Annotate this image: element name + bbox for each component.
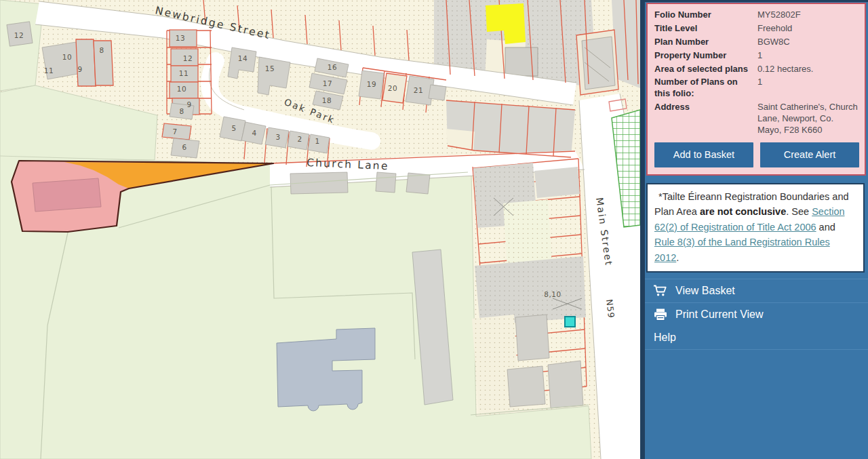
svg-text:12: 12 (14, 31, 24, 39)
svg-text:2: 2 (297, 135, 302, 143)
teal-marker[interactable] (565, 317, 575, 327)
svg-text:11: 11 (179, 69, 189, 77)
svg-text:5: 5 (231, 124, 236, 132)
svg-text:14: 14 (238, 54, 248, 62)
svg-text:1: 1 (315, 137, 319, 145)
svg-text:9: 9 (77, 65, 82, 73)
add-to-basket-button[interactable]: Add to Basket (654, 142, 753, 167)
panel-buttons: Add to Basket Create Alert (654, 142, 859, 167)
disclaimer-link-rule-8[interactable]: Rule 8(3) of the Land Registration Rules… (654, 237, 830, 262)
app-root: 12 11 10 9 8 13 12 11 10 9 14 15 16 17 1… (0, 0, 868, 459)
printer-icon (653, 308, 668, 321)
disclaimer-box: *Tailte Éireann Registration Boundaries … (646, 183, 865, 273)
svg-text:9: 9 (186, 100, 191, 108)
info-row-plans-count: Number of Plans on this folio: 1 (654, 77, 859, 100)
info-row-title-level: Title Level Freehold (654, 23, 859, 35)
svg-text:12: 12 (183, 54, 193, 62)
svg-text:17: 17 (323, 79, 332, 87)
svg-text:16: 16 (328, 63, 337, 71)
svg-text:13: 13 (176, 34, 185, 42)
svg-text:18: 18 (322, 96, 332, 104)
info-row-property-number: Property Number 1 (654, 50, 859, 62)
cart-icon (653, 285, 668, 297)
info-row-plan-number: Plan Number BGW8C (654, 37, 859, 48)
print-current-view-item[interactable]: Print Current View (645, 302, 868, 326)
svg-text:21: 21 (414, 86, 423, 94)
sidebar: Folio Number MY52802F Title Level Freeho… (640, 0, 868, 459)
svg-text:20: 20 (388, 84, 397, 92)
svg-text:19: 19 (367, 80, 376, 88)
info-row-area: Area of selected plans 0.12 hectares. (654, 64, 859, 75)
create-alert-button[interactable]: Create Alert (760, 142, 859, 167)
svg-text:10: 10 (62, 53, 72, 61)
svg-text:4: 4 (252, 129, 256, 137)
folio-info-panel: Folio Number MY52802F Title Level Freeho… (646, 3, 866, 176)
map-svg: 12 11 10 9 8 13 12 11 10 9 14 15 16 17 1… (0, 0, 640, 459)
info-row-address: Address Saint Catherine's, Church Lane, … (654, 102, 859, 136)
help-item[interactable]: Help (645, 326, 868, 350)
svg-text:15: 15 (265, 64, 275, 73)
svg-text:11: 11 (44, 66, 54, 75)
map-canvas[interactable]: 12 11 10 9 8 13 12 11 10 9 14 15 16 17 1… (0, 0, 640, 459)
svg-text:10: 10 (177, 85, 186, 93)
svg-text:7: 7 (172, 127, 177, 136)
plot-label-8-10: 8,10 (544, 290, 561, 298)
svg-text:8: 8 (179, 107, 184, 115)
svg-text:8: 8 (99, 46, 104, 54)
svg-text:3: 3 (275, 133, 280, 141)
svg-text:6: 6 (182, 143, 186, 151)
info-row-folio-number: Folio Number MY52802F (654, 9, 859, 21)
view-basket-item[interactable]: View Basket (645, 279, 868, 302)
sidebar-menu: View Basket Print Current View Help (645, 279, 868, 350)
